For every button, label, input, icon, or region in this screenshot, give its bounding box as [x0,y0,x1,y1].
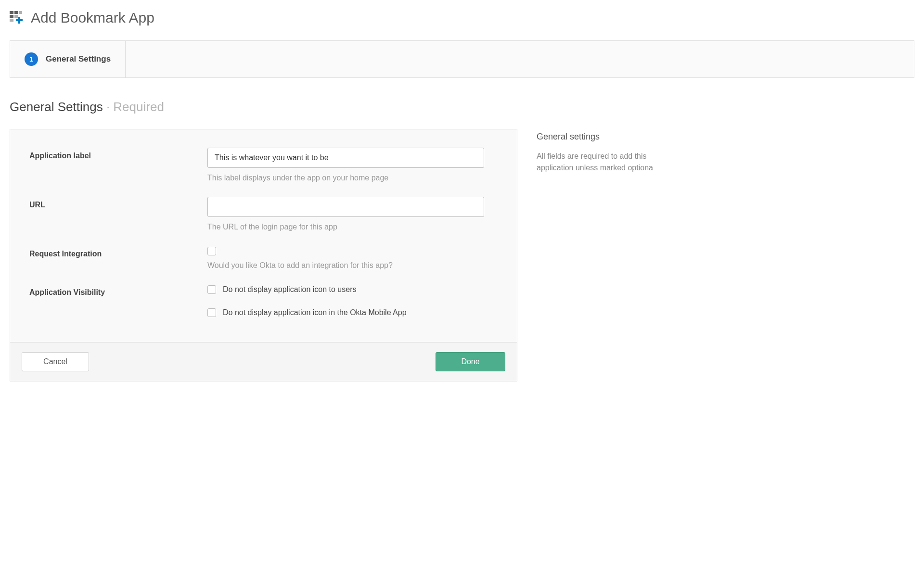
application-visibility-label: Application Visibility [29,284,207,297]
page-title: Add Bookmark App [31,10,154,26]
step-label: General Settings [46,54,111,64]
wizard-steps: 1 General Settings [10,40,914,78]
svg-rect-2 [19,11,22,14]
sidebar-help-text: All fields are required to add this appl… [537,151,681,174]
request-integration-help: Would you like Okta to add an integratio… [207,261,498,270]
svg-rect-5 [10,19,13,22]
visibility-mobile-label: Do not display application icon in the O… [223,308,407,317]
sidebar-help-title: General settings [537,132,681,142]
url-help: The URL of the login page for this app [207,223,498,231]
section-suffix: · Required [103,100,164,114]
url-label: URL [29,197,207,209]
visibility-mobile-checkbox[interactable] [207,308,216,317]
apps-grid-icon [10,10,25,25]
svg-rect-1 [14,11,18,14]
visibility-users-checkbox[interactable] [207,285,216,294]
request-integration-label: Request Integration [29,246,207,258]
section-header: General Settings · Required [10,100,914,114]
url-input[interactable] [207,197,484,217]
application-label-help: This label displays under the app on you… [207,174,498,182]
svg-rect-4 [14,15,18,18]
form-footer: Cancel Done [10,342,517,381]
wizard-step-general-settings[interactable]: 1 General Settings [10,41,126,77]
visibility-users-label: Do not display application icon to users [223,285,357,294]
application-label-input[interactable] [207,148,484,168]
done-button[interactable]: Done [436,352,505,371]
application-label-label: Application label [29,148,207,160]
page-header: Add Bookmark App [10,10,914,26]
svg-rect-0 [10,11,13,14]
svg-rect-3 [10,15,13,18]
svg-rect-7 [16,19,23,21]
cancel-button[interactable]: Cancel [22,352,89,371]
form-panel: Application label This label displays un… [10,129,517,381]
section-title: General Settings [10,100,103,114]
request-integration-checkbox[interactable] [207,247,216,255]
step-number-badge: 1 [25,52,38,66]
sidebar-help: General settings All fields are required… [537,129,681,174]
